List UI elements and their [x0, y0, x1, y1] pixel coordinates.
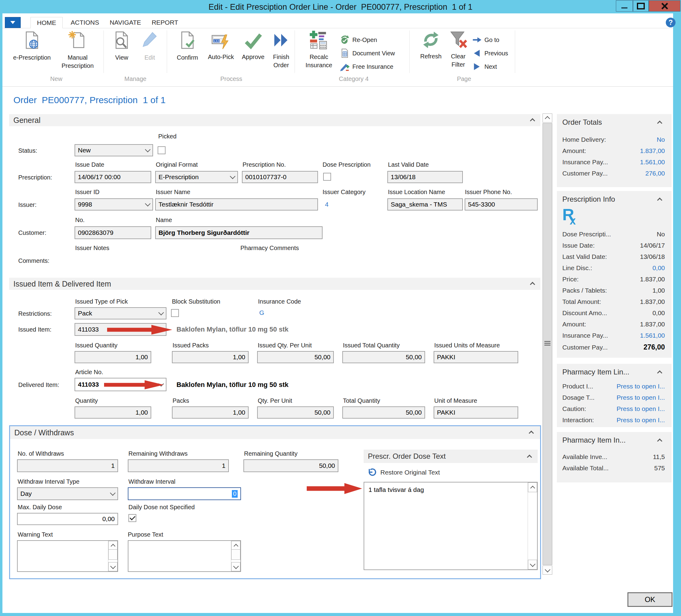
- refresh-button[interactable]: Refresh: [416, 30, 446, 60]
- scroll-down-icon[interactable]: [231, 562, 241, 571]
- row-value[interactable]: Press to open I...: [616, 416, 665, 424]
- confirm-button[interactable]: Confirm: [172, 30, 203, 62]
- issuer-category-value[interactable]: 4: [325, 201, 329, 208]
- chevron-down-icon[interactable]: [230, 173, 235, 179]
- issued-total-quantity-field[interactable]: 50,00: [342, 351, 425, 363]
- main-scroll-up-icon[interactable]: [543, 113, 552, 123]
- warning-text-textarea[interactable]: [17, 540, 118, 572]
- prescription-no-field[interactable]: 0010107737-0: [242, 171, 318, 183]
- scroll-up-icon[interactable]: [528, 483, 537, 492]
- scroll-up-icon[interactable]: [108, 541, 118, 550]
- recalc-insurance-button[interactable]: Recalc Insurance: [301, 30, 336, 69]
- manual-prescription-button[interactable]: Manual Prescription: [56, 30, 99, 70]
- warning-scrollbar[interactable]: [108, 541, 118, 571]
- view-button[interactable]: View: [109, 30, 134, 62]
- chevron-down-icon[interactable]: [158, 310, 164, 315]
- dose-text-textarea[interactable]: 1 tafla tvisvar á dag: [363, 482, 538, 570]
- chevron-down-icon[interactable]: [145, 147, 150, 152]
- scroll-down-icon[interactable]: [108, 562, 118, 571]
- approve-button[interactable]: Approve: [237, 30, 269, 61]
- qty-per-unit-field[interactable]: 50,00: [257, 406, 334, 418]
- help-icon[interactable]: ?: [666, 18, 676, 27]
- row-value[interactable]: Press to open I...: [616, 394, 665, 401]
- chevron-down-icon[interactable]: [110, 490, 115, 495]
- daily-dose-not-specified-checkbox[interactable]: [128, 514, 136, 522]
- remaining-withdraws-field[interactable]: 1: [128, 459, 229, 472]
- scroll-thumb[interactable]: [108, 549, 118, 560]
- max-daily-dose-field[interactable]: 0,00: [17, 513, 118, 525]
- row-value[interactable]: 1.837,00: [640, 147, 665, 155]
- dose-prescription-checkbox[interactable]: [323, 173, 331, 181]
- status-combobox[interactable]: New: [75, 144, 153, 156]
- issued-type-of-pick-combobox[interactable]: Pack: [75, 307, 167, 319]
- issued-quantity-field[interactable]: 1,00: [75, 351, 151, 363]
- tab-actions[interactable]: ACTIONS: [69, 17, 101, 28]
- row-value[interactable]: 1.561,00: [640, 158, 665, 166]
- window-title: Edit - Edit Presciption Order Line - Ord…: [0, 2, 681, 12]
- packs-field[interactable]: 1,00: [172, 406, 249, 418]
- goto-button[interactable]: Go to: [472, 35, 499, 45]
- main-scroll-down-icon[interactable]: [543, 565, 552, 574]
- next-button[interactable]: Next: [472, 62, 497, 71]
- purpose-scrollbar[interactable]: [231, 541, 241, 571]
- issued-units-field[interactable]: PAKKI: [434, 351, 518, 363]
- issuer-name-field[interactable]: Testlæknir Tesdóttir: [155, 198, 318, 210]
- total-quantity-field[interactable]: 50,00: [342, 406, 425, 418]
- row-value[interactable]: 1.561,00: [640, 332, 665, 339]
- insurance-code-value[interactable]: G: [259, 309, 264, 316]
- customer-name-field[interactable]: Björg Thorberg Sigurðardóttir: [155, 226, 323, 239]
- previous-label: Previous: [484, 49, 508, 58]
- ok-button[interactable]: OK: [627, 592, 673, 607]
- main-scrollbar-thumb[interactable]: [543, 123, 552, 565]
- previous-button[interactable]: Previous: [472, 49, 508, 58]
- application-window: Edit - Edit Presciption Order Line - Ord…: [0, 0, 681, 616]
- purpose-text-textarea[interactable]: [128, 540, 241, 572]
- unit-of-measure-field[interactable]: PAKKI: [434, 406, 518, 418]
- tab-navigate[interactable]: NAVIGATE: [107, 17, 144, 28]
- picked-checkbox[interactable]: [158, 146, 166, 154]
- scroll-thumb[interactable]: [231, 549, 241, 560]
- issue-location-field[interactable]: Saga_skema - TMS: [387, 198, 463, 210]
- issuer-phone-field[interactable]: 545-3300: [465, 198, 538, 210]
- row-value[interactable]: 0,00: [652, 264, 665, 272]
- document-view-button[interactable]: Document View: [340, 49, 395, 58]
- restore-original-text-label: Restore Original Text: [380, 469, 440, 476]
- row-value[interactable]: 276,00: [646, 170, 665, 177]
- original-format-combobox[interactable]: E-Prescription: [155, 171, 238, 183]
- tab-report[interactable]: REPORT: [150, 17, 180, 28]
- issue-date-field[interactable]: 14/06/17 00:00: [75, 171, 151, 183]
- row-value[interactable]: Press to open I...: [616, 383, 665, 390]
- no-of-withdraws-field[interactable]: 1: [17, 459, 118, 472]
- clear-filter-button[interactable]: Clear Filter: [446, 30, 471, 69]
- scroll-up-icon[interactable]: [231, 541, 241, 550]
- tab-home[interactable]: HOME: [30, 17, 63, 28]
- maximize-button[interactable]: [633, 0, 649, 11]
- withdraw-interval-input[interactable]: 0: [128, 487, 241, 500]
- chevron-down-icon[interactable]: [145, 201, 150, 206]
- quantity-field[interactable]: 1,00: [75, 406, 151, 418]
- row-label: Product I...: [562, 383, 594, 390]
- minimize-button[interactable]: [616, 0, 633, 11]
- finish-order-button[interactable]: Finish Order: [269, 30, 293, 69]
- last-valid-date-field[interactable]: 13/06/18: [387, 171, 463, 183]
- issued-qty-per-unit-field[interactable]: 50,00: [257, 351, 334, 363]
- autopick-button[interactable]: 1,3,3,3 Auto-Pick: [204, 30, 238, 61]
- restore-original-text-button[interactable]: Restore Original Text: [368, 468, 440, 477]
- free-insurance-button[interactable]: Free Insurance: [340, 62, 394, 71]
- dose-text-scrollbar[interactable]: [528, 483, 537, 569]
- block-substitution-checkbox[interactable]: [171, 309, 179, 317]
- customer-no-field[interactable]: 0902863079: [75, 226, 151, 239]
- issued-packs-field[interactable]: 1,00: [172, 351, 249, 363]
- scroll-down-icon[interactable]: [528, 560, 537, 569]
- issuer-id-combobox[interactable]: 9998: [75, 198, 153, 210]
- eprescription-button[interactable]: e-Prescription: [9, 30, 55, 62]
- close-button[interactable]: [649, 0, 680, 11]
- row-value[interactable]: No: [657, 136, 665, 143]
- reopen-button[interactable]: Re-Open: [340, 35, 377, 45]
- delivered-item-no-value: 411033: [78, 381, 99, 388]
- remaining-quantity-field[interactable]: 50,00: [244, 459, 338, 472]
- withdraw-interval-type-combobox[interactable]: Day: [17, 487, 118, 500]
- row-value[interactable]: Press to open I...: [616, 405, 665, 412]
- edit-button[interactable]: Edit: [138, 30, 161, 62]
- app-menu-button[interactable]: [5, 17, 21, 28]
